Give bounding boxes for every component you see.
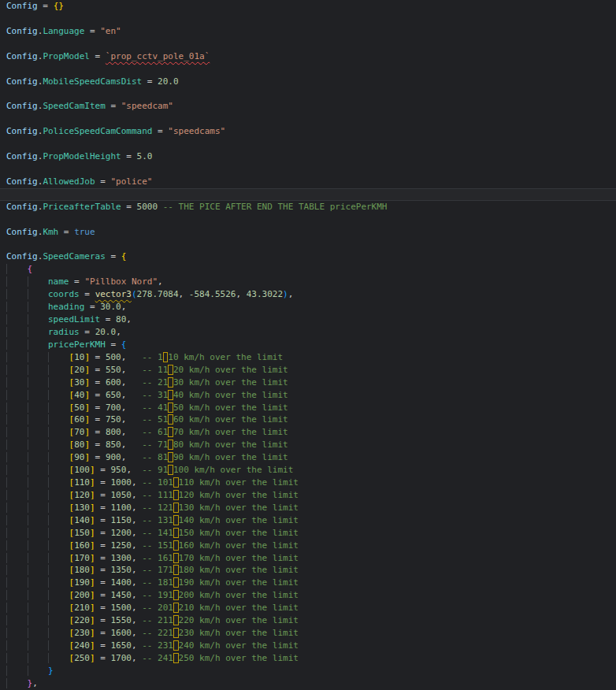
code-line[interactable]: [220] = 1550, -- 211220 km/h over the li…: [0, 614, 616, 627]
code-line[interactable]: [100] = 950, -- 91100 km/h over the limi…: [0, 464, 616, 477]
code-line[interactable]: [120] = 1050, -- 111120 km/h over the li…: [0, 489, 616, 502]
token-op: ,: [132, 515, 137, 525]
code-line[interactable]: [0, 213, 616, 226]
code-line[interactable]: [0, 138, 616, 150]
indent-guide: [6, 666, 28, 676]
code-line[interactable]: coords = vector3(278.7084, -584.5526, 43…: [0, 288, 616, 301]
token-num: 1250: [111, 540, 132, 551]
code-line[interactable]: Config.Language = "en": [0, 25, 616, 38]
token-cmt: -- 81: [126, 452, 168, 462]
unicode-highlight-box-icon: [168, 414, 173, 425]
token-num: 800: [106, 427, 121, 437]
token-op: =: [90, 390, 106, 400]
code-line[interactable]: [130] = 1100, -- 121130 km/h over the li…: [0, 502, 616, 514]
code-line[interactable]: [240] = 1650, -- 231240 km/h over the li…: [0, 640, 616, 652]
code-line[interactable]: [140] = 1150, -- 131140 km/h over the li…: [0, 514, 616, 527]
token-num: 120: [74, 490, 90, 500]
code-line[interactable]: pricePerKMH = {: [0, 339, 616, 351]
indent-guide: [6, 678, 28, 688]
token-num: -584.5526: [189, 289, 236, 299]
unicode-highlight-box-icon: [173, 515, 179, 525]
indent-guide: [48, 477, 69, 488]
indent-guide: [48, 465, 69, 475]
code-line[interactable]: heading = 30.0,: [0, 301, 616, 313]
token-num: 1300: [111, 553, 132, 563]
token-num: 70: [74, 427, 84, 437]
token-op: =: [106, 339, 121, 350]
code-line[interactable]: Config.Kmh = true: [0, 226, 616, 239]
code-line[interactable]: Config.AllowedJob = "police": [0, 176, 616, 188]
code-line[interactable]: radius = 20.0,: [0, 326, 616, 339]
code-line[interactable]: [70] = 800, -- 6170 km/h over the limit: [0, 426, 616, 439]
code-line[interactable]: [250] = 1700, -- 241250 km/h over the li…: [0, 652, 616, 665]
code-line[interactable]: [0, 163, 616, 176]
code-line[interactable]: [30] = 600, -- 2130 km/h over the limit: [0, 377, 616, 389]
code-line[interactable]: [180] = 1350, -- 171180 km/h over the li…: [0, 564, 616, 577]
token-num: 700: [106, 402, 121, 413]
code-line[interactable]: speedLimit = 80,: [0, 313, 616, 326]
code-line[interactable]: [150] = 1200, -- 141150 km/h over the li…: [0, 527, 616, 540]
code-line[interactable]: [190] = 1400, -- 181190 km/h over the li…: [0, 577, 616, 589]
unicode-highlight-box-icon: [173, 565, 179, 575]
token-num: 278.7084: [137, 289, 179, 299]
code-line[interactable]: {: [0, 263, 616, 276]
token-prop: PropModelHeight: [43, 151, 121, 161]
token-cmt: -- 141: [137, 528, 173, 538]
code-line[interactable]: Config.MobileSpeedCamsDist = 20.0: [0, 76, 616, 88]
token-op: =: [90, 402, 106, 413]
code-line[interactable]: }: [0, 665, 616, 677]
code-editor[interactable]: Config = {}Config.Language = "en"Config.…: [0, 0, 616, 690]
token-op: ,: [132, 590, 137, 600]
token-op: ,: [132, 603, 137, 613]
token-prop: heading: [48, 302, 84, 312]
token-num: 1400: [111, 577, 132, 588]
code-line[interactable]: [210] = 1500, -- 201210 km/h over the li…: [0, 602, 616, 614]
current-line[interactable]: [0, 188, 616, 201]
indent-guide: [28, 553, 49, 563]
code-line[interactable]: Config.PropModel = `prop_cctv_pole_01a`: [0, 50, 616, 63]
code-line[interactable]: [170] = 1300, -- 161170 km/h over the li…: [0, 552, 616, 565]
code-line[interactable]: Config.PoliceSpeedCamCommand = "speedcam…: [0, 125, 616, 138]
indent-guide: [28, 615, 49, 625]
code-line[interactable]: [20] = 550, -- 1120 km/h over the limit: [0, 364, 616, 377]
code-line[interactable]: [40] = 650, -- 3140 km/h over the limit: [0, 389, 616, 402]
token-op: =: [90, 51, 106, 61]
token-cmt: 180 km/h over the limit: [179, 565, 299, 575]
code-line[interactable]: Config = {}: [0, 0, 616, 13]
code-line[interactable]: [230] = 1600, -- 221230 km/h over the li…: [0, 627, 616, 640]
code-line[interactable]: [0, 239, 616, 251]
token-op: =: [95, 503, 111, 513]
code-line[interactable]: Config.SpeedCamItem = "speedcam": [0, 100, 616, 113]
code-line[interactable]: Config.PriceafterTable = 5000 -- THE PIC…: [0, 201, 616, 213]
code-line[interactable]: [80] = 850, -- 7180 km/h over the limit: [0, 439, 616, 451]
token-num: 160: [74, 540, 90, 551]
code-line[interactable]: Config.PropModelHeight = 5.0: [0, 150, 616, 163]
code-line[interactable]: [110] = 1000, -- 101110 km/h over the li…: [0, 477, 616, 489]
code-line[interactable]: [60] = 750, -- 5160 km/h over the limit: [0, 414, 616, 426]
indent-guide: [48, 503, 69, 513]
code-line[interactable]: [200] = 1450, -- 191200 km/h over the li…: [0, 589, 616, 602]
token-cmt: -- 31: [126, 390, 168, 400]
code-line[interactable]: [0, 87, 616, 100]
code-line[interactable]: name = "Pillbox Nord",: [0, 276, 616, 288]
token-prop: speedLimit: [48, 314, 100, 325]
token-var: Config: [6, 101, 38, 111]
indent-guide: [48, 377, 69, 388]
code-line[interactable]: [0, 38, 616, 50]
code-line[interactable]: [50] = 700, -- 4150 km/h over the limit: [0, 402, 616, 414]
indent-guide: [28, 302, 49, 312]
code-line[interactable]: },: [0, 677, 616, 690]
token-b1: {: [121, 251, 127, 262]
code-line[interactable]: [0, 13, 616, 25]
token-prop: Language: [43, 26, 84, 36]
code-line[interactable]: [90] = 900, -- 8190 km/h over the limit: [0, 451, 616, 464]
code-line[interactable]: Config.SpeedCameras = {: [0, 250, 616, 263]
code-line[interactable]: [160] = 1250, -- 151160 km/h over the li…: [0, 540, 616, 552]
token-cmt: 40 km/h over the limit: [173, 390, 288, 400]
token-num: 20.0: [95, 327, 117, 337]
code-line[interactable]: [0, 63, 616, 76]
code-line[interactable]: [0, 113, 616, 125]
code-area[interactable]: Config = {}Config.Language = "en"Config.…: [0, 0, 616, 690]
code-line[interactable]: [10] = 500, -- 110 km/h over the limit: [0, 351, 616, 364]
token-num: 80: [116, 314, 126, 325]
